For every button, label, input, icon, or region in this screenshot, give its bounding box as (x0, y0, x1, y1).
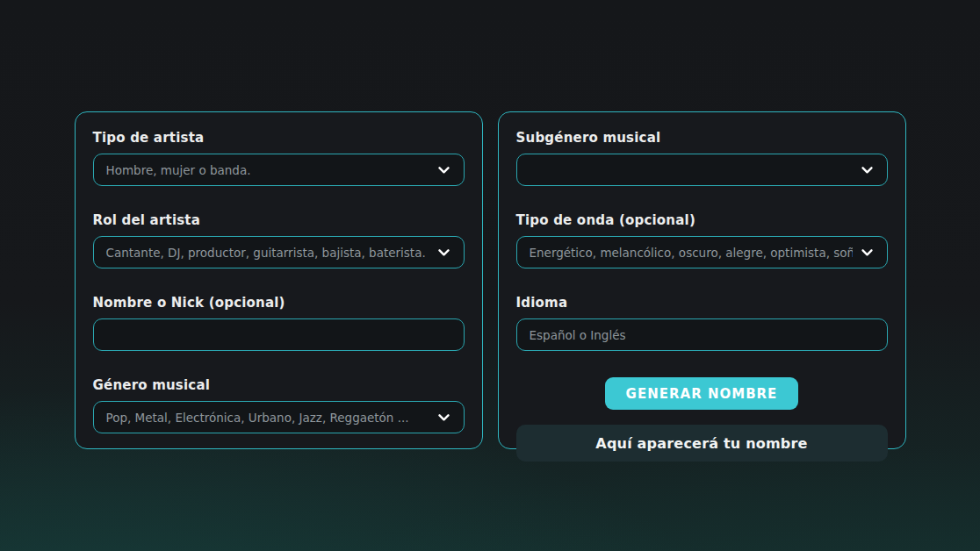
vibe-placeholder: Energético, melancólico, oscuro, alegre,… (530, 246, 853, 260)
artist-type-placeholder: Hombre, mujer o banda. (106, 163, 429, 177)
name-nick-label: Nombre o Nick (opcional) (93, 295, 465, 311)
name-nick-field-box (93, 318, 465, 351)
genre-select[interactable]: Pop, Metal, Electrónica, Urbano, Jazz, R… (93, 401, 465, 433)
generate-name-button[interactable]: GENERAR NOMBRE (605, 377, 799, 410)
chevron-down-icon (860, 162, 875, 177)
language-label: Idioma (516, 295, 888, 311)
subgenre-select[interactable] (516, 154, 888, 186)
chevron-down-icon (436, 245, 451, 260)
right-form-panel: Subgénero musical Tipo de onda (opcional… (498, 111, 906, 449)
left-form-panel: Tipo de artista Hombre, mujer o banda. R… (75, 111, 483, 449)
language-input[interactable] (530, 328, 875, 342)
chevron-down-icon (436, 410, 451, 425)
genre-placeholder: Pop, Metal, Electrónica, Urbano, Jazz, R… (106, 411, 429, 425)
vibe-select[interactable]: Energético, melancólico, oscuro, alegre,… (516, 236, 888, 268)
artist-type-select[interactable]: Hombre, mujer o banda. (93, 154, 465, 186)
artist-role-label: Rol del artista (93, 212, 465, 229)
subgenre-label: Subgénero musical (516, 130, 888, 147)
name-nick-input[interactable] (106, 328, 451, 342)
artist-role-placeholder: Cantante, DJ, productor, guitarrista, ba… (106, 246, 429, 260)
form-stage: Tipo de artista Hombre, mujer o banda. R… (0, 0, 980, 449)
genre-label: Género musical (93, 377, 465, 394)
artist-role-select[interactable]: Cantante, DJ, productor, guitarrista, ba… (93, 236, 465, 268)
artist-type-label: Tipo de artista (93, 130, 465, 147)
generate-button-row: GENERAR NOMBRE (516, 377, 888, 410)
language-field-box (516, 318, 888, 351)
vibe-label: Tipo de onda (opcional) (516, 212, 888, 229)
chevron-down-icon (860, 245, 875, 260)
chevron-down-icon (436, 162, 451, 177)
generated-name-result: Aquí aparecerá tu nombre (516, 425, 888, 462)
